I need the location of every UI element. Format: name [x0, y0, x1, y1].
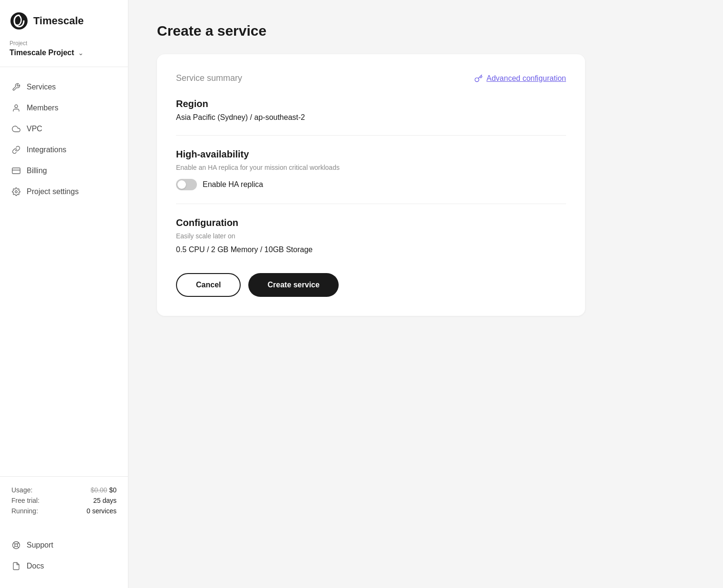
card-icon — [11, 166, 21, 176]
svg-point-4 — [15, 191, 18, 193]
configuration-value: 0.5 CPU / 2 GB Memory / 10GB Storage — [176, 245, 566, 254]
advanced-config-label: Advanced configuration — [487, 74, 566, 83]
sidebar: Timescale Project Timescale Project ⌄ Se… — [0, 0, 128, 588]
usage-value-current: $0 — [109, 486, 117, 494]
sidebar-item-project-settings-label: Project settings — [27, 187, 78, 196]
configuration-section: Configuration Easily scale later on 0.5 … — [176, 217, 566, 254]
sidebar-item-services[interactable]: Services — [0, 77, 128, 98]
sidebar-item-support[interactable]: Support — [0, 535, 128, 556]
region-section: Region Asia Pacific (Sydney) / ap-southe… — [176, 98, 566, 122]
region-value: Asia Pacific (Sydney) / ap-southeast-2 — [176, 113, 566, 122]
sidebar-bottom: Support Docs — [0, 527, 128, 588]
project-selector[interactable]: Timescale Project ⌄ — [10, 49, 118, 57]
sidebar-header: Timescale Project Timescale Project ⌄ — [0, 0, 128, 67]
service-summary-header: Service summary Advanced configuration — [176, 73, 566, 83]
ha-toggle[interactable] — [176, 179, 197, 190]
doc-icon — [11, 561, 21, 571]
sidebar-item-docs-label: Docs — [27, 562, 44, 570]
svg-line-10 — [17, 543, 19, 544]
sidebar-item-vpc-label: VPC — [27, 125, 42, 133]
chevron-down-icon: ⌄ — [78, 49, 84, 57]
ha-subtitle: Enable an HA replica for your mission cr… — [176, 164, 566, 171]
usage-label: Usage: — [11, 486, 32, 494]
svg-line-7 — [14, 543, 15, 544]
sidebar-item-project-settings[interactable]: Project settings — [0, 181, 128, 202]
app-name: Timescale — [33, 15, 84, 27]
sidebar-item-billing[interactable]: Billing — [0, 160, 128, 181]
timescale-logo-icon — [10, 11, 29, 30]
lifesaver-icon — [11, 540, 21, 550]
region-title: Region — [176, 98, 566, 109]
create-service-button[interactable]: Create service — [248, 273, 338, 297]
button-row: Cancel Create service — [176, 273, 566, 297]
svg-point-1 — [15, 105, 18, 108]
service-summary-label: Service summary — [176, 73, 242, 83]
free-trial-label: Free trial: — [11, 497, 39, 504]
sidebar-item-integrations-label: Integrations — [27, 146, 67, 154]
key-icon — [474, 74, 483, 83]
ha-title: High-availability — [176, 149, 566, 160]
page-title: Create a service — [157, 23, 694, 39]
sidebar-nav: Services Members VPC — [0, 67, 128, 476]
divider-1 — [176, 135, 566, 136]
svg-line-8 — [17, 546, 19, 548]
sidebar-item-services-label: Services — [27, 83, 56, 91]
sidebar-item-integrations[interactable]: Integrations — [0, 139, 128, 160]
sidebar-usage: Usage: $0.00$0 Free trial: 25 days Runni… — [0, 476, 128, 527]
ha-toggle-row: Enable HA replica — [176, 179, 566, 190]
running-value: 0 services — [87, 507, 117, 515]
configuration-subtitle: Easily scale later on — [176, 232, 566, 240]
divider-2 — [176, 204, 566, 204]
project-label: Project — [10, 40, 118, 47]
usage-row: Usage: $0.00$0 — [11, 486, 117, 494]
cancel-button[interactable]: Cancel — [176, 273, 241, 297]
svg-line-11 — [14, 546, 15, 548]
sidebar-item-members-label: Members — [27, 104, 59, 112]
logo-area: Timescale — [10, 11, 118, 30]
sidebar-item-docs[interactable]: Docs — [0, 556, 128, 577]
gear-icon — [11, 187, 21, 196]
main-content: Create a service Service summary Advance… — [128, 0, 723, 588]
usage-value: $0.00$0 — [90, 486, 117, 494]
ha-toggle-label: Enable HA replica — [203, 180, 263, 189]
advanced-config-link[interactable]: Advanced configuration — [474, 74, 566, 83]
running-row: Running: 0 services — [11, 507, 117, 515]
configuration-title: Configuration — [176, 217, 566, 228]
service-card: Service summary Advanced configuration R… — [157, 54, 585, 316]
sidebar-item-vpc[interactable]: VPC — [0, 118, 128, 139]
svg-rect-2 — [12, 168, 20, 174]
usage-value-old: $0.00 — [90, 486, 107, 494]
project-name: Timescale Project — [10, 49, 74, 57]
wrench-icon — [11, 82, 21, 92]
cloud-icon — [11, 124, 21, 134]
sidebar-item-support-label: Support — [27, 541, 53, 549]
running-label: Running: — [11, 507, 38, 515]
free-trial-value: 25 days — [93, 497, 117, 504]
link-icon — [11, 145, 21, 155]
ha-section: High-availability Enable an HA replica f… — [176, 149, 566, 190]
person-icon — [11, 103, 21, 113]
free-trial-row: Free trial: 25 days — [11, 497, 117, 504]
sidebar-item-billing-label: Billing — [27, 167, 47, 175]
sidebar-item-members[interactable]: Members — [0, 98, 128, 118]
